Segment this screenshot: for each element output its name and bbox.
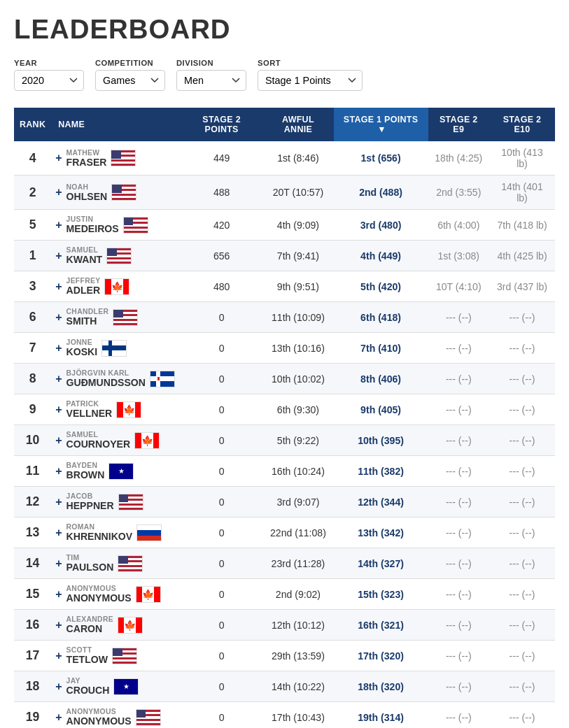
name-cell: + SAMUEL COURNOYER 🍁 <box>51 425 181 456</box>
table-row: 14 + TIM PAULSON 0 23rd (11:28) 14th (32… <box>14 548 555 579</box>
stage2-e9-cell: 18th (4:25) <box>428 141 489 176</box>
athlete-last-name: ANONYMOUS <box>66 592 132 604</box>
athlete-first-name: JACOB <box>66 492 114 500</box>
name-cell: + SCOTT TETLOW <box>51 641 181 671</box>
athlete-last-name: VELLNER <box>66 408 113 419</box>
expand-button[interactable]: + <box>55 342 62 355</box>
competition-select[interactable]: Games Open <box>95 70 165 91</box>
athlete-first-name: SAMUEL <box>66 431 131 438</box>
athlete-first-name: NOAH <box>66 183 108 191</box>
stage2-points-cell: 0 <box>181 610 262 641</box>
expand-button[interactable]: + <box>55 588 62 601</box>
stage2-points-cell: 0 <box>181 333 262 364</box>
stage1-points-cell: 18th (320) <box>334 671 428 702</box>
stage2-e10-cell: --- (--) <box>489 518 555 548</box>
table-row: 15 + ANONYMOUS ANONYMOUS 🍁 0 2nd (9:02) … <box>14 579 555 610</box>
expand-button[interactable]: + <box>55 557 62 570</box>
athlete-last-name: GUÐMUNDSSON <box>66 377 146 388</box>
awful-annie-cell: 2nd (9:02) <box>262 579 333 610</box>
expand-button[interactable]: + <box>55 619 62 631</box>
expand-button[interactable]: + <box>55 280 62 293</box>
stage2-e10-cell: 14th (401 lb) <box>489 176 555 210</box>
athlete-first-name: JONNE <box>66 338 98 346</box>
expand-button[interactable]: + <box>55 650 62 662</box>
awful-annie-cell: 6th (9:30) <box>262 394 333 425</box>
rank-cell: 14 <box>14 548 51 579</box>
athlete-first-name: CHANDLER <box>66 308 109 315</box>
table-row: 17 + SCOTT TETLOW 0 29th (13:59) 17th (3… <box>14 641 555 671</box>
expand-button[interactable]: + <box>55 711 62 724</box>
awful-annie-cell: 1st (8:46) <box>262 141 333 176</box>
rank-cell: 12 <box>14 487 51 518</box>
name-cell: + NOAH OHLSEN <box>51 176 181 210</box>
athlete-first-name: JUSTIN <box>66 215 119 223</box>
stage2-e9-cell: --- (--) <box>428 425 489 456</box>
name-cell: + TIM PAULSON <box>51 548 181 579</box>
stage2-points-cell: 0 <box>181 364 262 394</box>
awful-annie-cell: 14th (10:22) <box>262 671 333 702</box>
expand-button[interactable]: + <box>55 496 62 508</box>
expand-button[interactable]: + <box>55 152 62 164</box>
table-row: 13 + ROMAN KHRENNIKOV 0 22nd (11:08) 13t… <box>14 518 555 548</box>
athlete-first-name: SCOTT <box>66 646 108 654</box>
stage2-e9-cell: --- (--) <box>428 364 489 394</box>
stage2-e9-header: STAGE 2 E9 <box>428 108 489 141</box>
stage1-points-cell: 14th (327) <box>334 548 428 579</box>
stage2-e10-cell: --- (--) <box>489 548 555 579</box>
athlete-first-name: BAYDEN <box>66 462 105 469</box>
expand-button[interactable]: + <box>55 311 62 324</box>
table-row: 6 + CHANDLER SMITH 0 11th (10:09) 6th (4… <box>14 302 555 333</box>
year-filter-group: YEAR 2020 2019 2018 <box>14 59 84 91</box>
stage2-e10-cell: --- (--) <box>489 456 555 487</box>
athlete-last-name: KHRENNIKOV <box>66 531 133 542</box>
athlete-last-name: CARON <box>66 623 113 634</box>
awful-annie-cell: 10th (10:02) <box>262 364 333 394</box>
rank-cell: 7 <box>14 333 51 364</box>
awful-annie-cell: 9th (9:51) <box>262 271 333 302</box>
expand-button[interactable]: + <box>55 465 62 478</box>
awful-annie-cell: 17th (10:43) <box>262 702 333 729</box>
stage1-points-cell: 5th (420) <box>334 271 428 302</box>
table-row: 11 + BAYDEN BROWN ★ 0 16th (10:24) 11th … <box>14 456 555 487</box>
stage1-points-cell: 2nd (488) <box>334 176 428 210</box>
expand-button[interactable]: + <box>55 680 62 693</box>
year-select[interactable]: 2020 2019 2018 <box>14 70 84 91</box>
division-label: DIVISION <box>176 59 246 67</box>
athlete-last-name: KWANT <box>66 254 103 265</box>
table-row: 10 + SAMUEL COURNOYER 🍁 0 5th (9:22) 10t… <box>14 425 555 456</box>
rank-cell: 2 <box>14 176 51 210</box>
stage2-e10-cell: --- (--) <box>489 579 555 610</box>
stage2-e9-cell: --- (--) <box>428 302 489 333</box>
filters-bar: YEAR 2020 2019 2018 COMPETITION Games Op… <box>14 59 555 91</box>
stage2-e9-cell: --- (--) <box>428 579 489 610</box>
expand-button[interactable]: + <box>55 373 62 385</box>
expand-button[interactable]: + <box>55 250 62 262</box>
stage2-e10-cell: 7th (418 lb) <box>489 210 555 241</box>
awful-annie-cell: 7th (9:41) <box>262 241 333 271</box>
division-select[interactable]: Men Women <box>176 70 246 91</box>
awful-annie-cell: 16th (10:24) <box>262 456 333 487</box>
rank-cell: 1 <box>14 241 51 271</box>
stage2-e9-cell: 2nd (3:55) <box>428 176 489 210</box>
expand-button[interactable]: + <box>55 219 62 231</box>
awful-annie-cell: 4th (9:09) <box>262 210 333 241</box>
stage2-e9-cell: --- (--) <box>428 548 489 579</box>
expand-button[interactable]: + <box>55 527 62 539</box>
expand-button[interactable]: + <box>55 404 62 416</box>
rank-cell: 11 <box>14 456 51 487</box>
name-cell: + JEFFREY ADLER 🍁 <box>51 271 181 302</box>
stage2-points-cell: 449 <box>181 141 262 176</box>
leaderboard-table: RANK NAME STAGE 2 POINTS AWFUL ANNIE STA… <box>14 108 555 728</box>
expand-button[interactable]: + <box>55 434 62 447</box>
sort-select[interactable]: Stage 1 Points Stage 2 Points Awful Anni… <box>258 70 363 91</box>
stage2-e9-cell: --- (--) <box>428 394 489 425</box>
stage1-points-cell: 3rd (480) <box>334 210 428 241</box>
table-row: 18 + JAY CROUCH ★ 0 14th (10:22) 18th (3… <box>14 671 555 702</box>
name-cell: + SAMUEL KWANT <box>51 241 181 271</box>
awful-annie-cell: 12th (10:12) <box>262 610 333 641</box>
stage2-points-cell: 0 <box>181 456 262 487</box>
athlete-last-name: SMITH <box>66 315 109 327</box>
expand-button[interactable]: + <box>55 186 62 199</box>
stage2-e10-cell: 3rd (437 lb) <box>489 271 555 302</box>
awful-annie-header: AWFUL ANNIE <box>262 108 333 141</box>
